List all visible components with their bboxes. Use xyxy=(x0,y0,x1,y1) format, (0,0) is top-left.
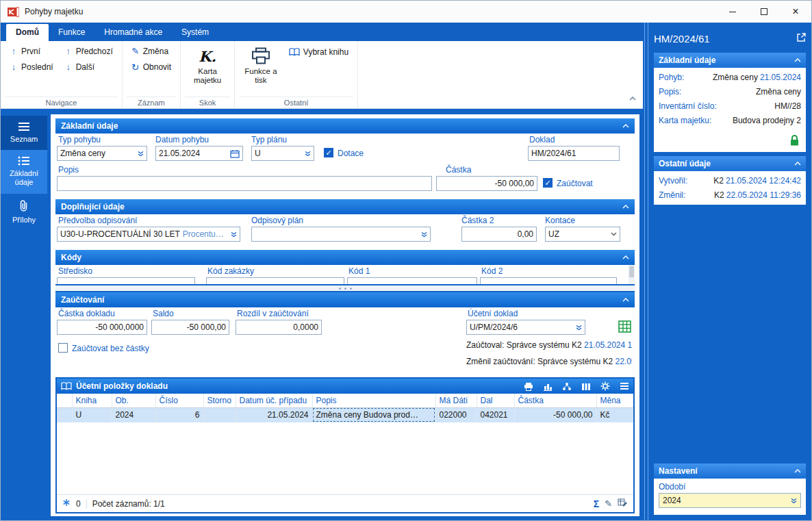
preview-section-header-zakladni[interactable]: Základní údaje xyxy=(654,53,806,68)
chevron-down-icon[interactable] xyxy=(418,231,427,238)
typ-planu-select[interactable]: U xyxy=(251,146,314,161)
row-indicator-cell[interactable] xyxy=(57,407,72,422)
books-button[interactable] xyxy=(581,382,591,391)
column-header[interactable]: Číslo xyxy=(155,394,203,407)
tab-funkce[interactable]: Funkce xyxy=(49,24,94,41)
cell-obdobi[interactable]: 2024 xyxy=(112,407,155,422)
edit-table-button[interactable] xyxy=(618,498,628,509)
functions-print-button[interactable]: Funkce a tisk xyxy=(239,43,283,85)
odpisovy-plan-select[interactable] xyxy=(251,227,431,242)
collapse-ribbon-button[interactable] xyxy=(629,93,636,103)
sidebar-item-zakladni-udaje[interactable]: Základní údaje xyxy=(1,150,47,193)
sum-button[interactable]: Σ xyxy=(594,498,599,509)
filter-button[interactable] xyxy=(62,498,71,509)
ucetni-doklad-select[interactable]: U/PM/2024/6 xyxy=(466,320,585,335)
castka-dokladu-input[interactable]: -50 000,0000 xyxy=(57,320,147,335)
tab-domu[interactable]: Domů xyxy=(6,24,49,41)
popis-input[interactable] xyxy=(57,176,432,191)
table-empty-area[interactable] xyxy=(57,422,633,494)
section-header-kody[interactable]: Kódy xyxy=(55,250,635,265)
datum-pohybu-input[interactable]: 21.05.2024 xyxy=(155,146,243,161)
chevron-down-icon[interactable] xyxy=(302,151,311,157)
tab-system[interactable]: Systém xyxy=(172,24,218,41)
cell-kniha[interactable]: U xyxy=(72,407,112,422)
cell-ma-dati[interactable]: 022000 xyxy=(435,407,477,422)
table-row[interactable]: U 2024 6 21.05.2024 Změna ceny Budova pr… xyxy=(57,407,633,422)
cell-popis[interactable]: Změna ceny Budova prod… xyxy=(312,407,435,422)
select-book-button[interactable]: Vybrat knihu xyxy=(284,45,353,60)
section-header-zakladni-udaje[interactable]: Základní údaje xyxy=(55,118,635,134)
scrollbar-thumb[interactable] xyxy=(629,266,634,277)
typ-pohybu-select[interactable]: Změna ceny xyxy=(57,146,147,161)
accounting-items-header[interactable]: Účetní položky dokladu xyxy=(57,379,633,394)
kod1-input[interactable] xyxy=(347,277,477,284)
column-header[interactable]: Částka xyxy=(514,394,596,407)
accounting-table-button[interactable] xyxy=(618,320,631,335)
column-header[interactable]: Ob. xyxy=(112,394,155,407)
cell-cislo[interactable]: 6 xyxy=(155,407,203,422)
first-record-button[interactable]: ↑První xyxy=(5,43,58,59)
cell-storno[interactable] xyxy=(203,407,236,422)
asset-card-button[interactable]: K. Karta majetku xyxy=(185,43,230,85)
edit-row-button[interactable]: ✎ xyxy=(605,498,612,509)
kod-zakazky-input[interactable] xyxy=(206,277,344,284)
predvolba-select[interactable]: U30-U-PROCENTUÁLNÍ 30 LET Procentu… xyxy=(57,227,240,242)
chevron-down-icon[interactable] xyxy=(228,231,237,238)
column-header[interactable]: Kniha xyxy=(72,394,112,407)
doklad-input[interactable]: HM/2024/61 xyxy=(528,146,620,161)
chart-button[interactable] xyxy=(543,382,553,391)
hierarchy-button[interactable] xyxy=(562,382,572,391)
close-button[interactable]: × xyxy=(780,1,811,23)
preview-section-header-ostatni[interactable]: Ostatní údaje xyxy=(654,156,806,171)
zauctovat-checkbox[interactable]: ✓ xyxy=(543,178,553,188)
sidebar-item-seznam[interactable]: Seznam xyxy=(1,116,47,150)
edit-button[interactable]: ✎Změna xyxy=(127,43,176,59)
cell-castka[interactable]: -50 000,00 xyxy=(514,407,596,422)
cell-datum[interactable]: 21.05.2024 xyxy=(236,407,312,422)
saldo-input[interactable]: -50 000,00 xyxy=(151,320,229,335)
refresh-button[interactable]: ↻Obnovit xyxy=(127,59,176,75)
kod2-input[interactable] xyxy=(480,277,617,284)
upper-pane-scrollbar[interactable] xyxy=(629,265,635,284)
column-header[interactable]: Popis xyxy=(312,394,435,407)
arrow-up-icon: ↑ xyxy=(10,46,18,56)
section-header-doplnujici-udaje[interactable]: Doplňující údaje xyxy=(55,199,635,214)
last-record-button[interactable]: ↓Poslední xyxy=(5,59,58,75)
column-header[interactable]: Měna xyxy=(596,394,633,407)
stredisko-input[interactable] xyxy=(57,277,195,284)
calendar-icon[interactable] xyxy=(227,149,240,158)
sidebar-item-prilohy[interactable]: Přílohy xyxy=(1,194,47,231)
chevron-down-icon[interactable] xyxy=(608,232,617,236)
open-in-window-button[interactable] xyxy=(797,33,806,44)
next-record-button[interactable]: ↓Další xyxy=(60,59,118,75)
rozdil-input[interactable]: 0,0000 xyxy=(236,320,322,335)
obdobi-select[interactable]: 2024 xyxy=(659,493,801,508)
tab-hromadne-akce[interactable]: Hromadné akce xyxy=(94,24,172,41)
chevron-down-icon[interactable] xyxy=(788,498,797,504)
indicator-column-header[interactable] xyxy=(57,394,72,407)
preview-section-header-nastaveni[interactable]: Nastavení xyxy=(654,463,806,479)
cell-dal[interactable]: 042021 xyxy=(477,407,514,422)
cell-mena[interactable]: Kč xyxy=(596,407,633,422)
dotace-checkbox[interactable]: ✓ xyxy=(324,148,333,157)
kontace-select[interactable]: UZ xyxy=(545,227,620,242)
column-header[interactable]: Má Dáti xyxy=(435,394,477,407)
chevron-down-icon[interactable] xyxy=(135,151,144,157)
print-button[interactable] xyxy=(524,382,533,391)
column-header[interactable]: Datum úč. případu xyxy=(236,394,312,407)
panel-splitter[interactable] xyxy=(643,23,650,520)
column-header[interactable]: Storno xyxy=(203,394,236,407)
menu-button[interactable] xyxy=(620,382,629,390)
castka-input[interactable]: -50 000,00 xyxy=(436,176,537,191)
minimize-button[interactable] xyxy=(717,1,748,23)
chevron-down-icon[interactable] xyxy=(573,325,582,331)
castka2-input[interactable]: 0,00 xyxy=(461,227,537,242)
column-header[interactable]: Dal xyxy=(477,394,514,407)
maximize-button[interactable] xyxy=(748,1,780,23)
pane-splitter[interactable] xyxy=(55,284,635,292)
zauctovat-bez-castky-checkbox[interactable] xyxy=(58,343,68,353)
settings-button[interactable] xyxy=(600,381,610,391)
kod-zakazky-label: Kód zakázky xyxy=(207,266,254,276)
section-header-zauctovani[interactable]: Zaúčtování xyxy=(55,292,635,307)
previous-record-button[interactable]: ↑Předchozí xyxy=(60,43,118,59)
